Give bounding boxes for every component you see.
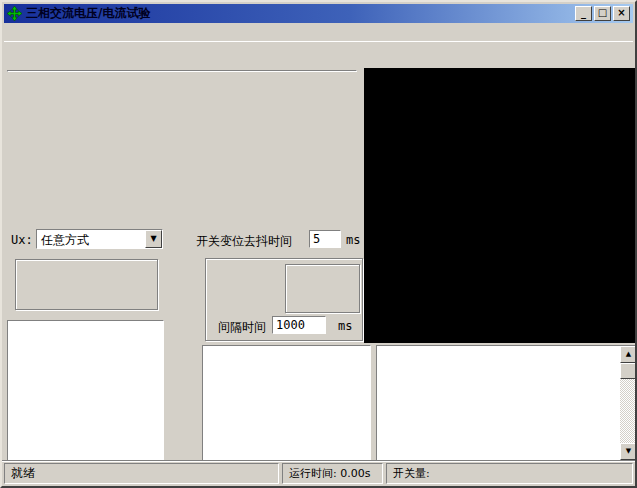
app-icon <box>7 6 22 21</box>
debounce-unit: ms <box>346 233 360 247</box>
derived-values-table <box>7 320 164 461</box>
scroll-up-icon[interactable]: ▲ <box>620 346 637 363</box>
status-bar: 就绪 运行时间: 0.00s 开关量: <box>4 463 633 484</box>
switch-input-table <box>202 345 371 461</box>
chevron-down-icon[interactable]: ▼ <box>145 230 162 248</box>
interval-label: 间隔时间 <box>218 319 266 336</box>
interval-input[interactable]: 1000 <box>272 316 326 334</box>
ux-mode-select[interactable]: 任意方式 ▼ <box>36 229 163 249</box>
status-divider <box>2 460 635 462</box>
title-bar[interactable]: 三相交流电压/电流试验 _ □ × <box>4 4 633 23</box>
status-ready: 就绪 <box>4 463 279 484</box>
ux-label: Ux: <box>11 233 33 247</box>
menu-bar <box>4 23 633 41</box>
status-switches: 开关量: <box>386 463 633 484</box>
vertical-scrollbar[interactable]: ▲ ▼ <box>620 346 637 460</box>
scroll-down-icon[interactable]: ▼ <box>620 443 637 460</box>
direction-group <box>285 264 360 313</box>
toolbar <box>4 41 633 67</box>
window-title: 三相交流电压/电流试验 <box>26 5 573 22</box>
parameter-table <box>7 70 357 72</box>
action-table: ▲ ▼ <box>376 345 637 461</box>
close-button[interactable]: × <box>613 6 630 21</box>
maximize-button[interactable]: □ <box>594 6 611 21</box>
auto-mode-group: 间隔时间 1000 ms <box>205 258 363 341</box>
debounce-input[interactable]: 5 <box>309 230 341 248</box>
phasor-chart <box>364 68 637 343</box>
ux-mode-value: 任意方式 <box>37 230 145 248</box>
polar-grid <box>364 68 637 343</box>
debounce-label: 开关变位去抖时间 <box>196 233 292 250</box>
minimize-button[interactable]: _ <box>575 6 592 21</box>
interval-unit: ms <box>338 319 352 333</box>
scrollbar-thumb[interactable] <box>620 363 637 379</box>
test-mode-group <box>15 259 158 310</box>
status-runtime: 运行时间: 0.00s <box>282 463 383 484</box>
app-window: 三相交流电压/电流试验 _ □ × Ux: 任意方式 ▼ 开关变位去抖时间 5 … <box>0 0 637 488</box>
